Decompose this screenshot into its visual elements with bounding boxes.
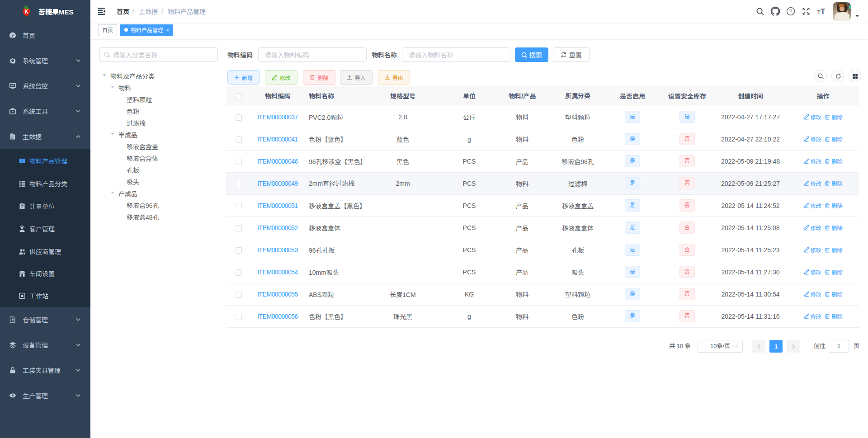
svg-text:?: ? — [789, 9, 792, 14]
svg-text:T: T — [821, 7, 826, 15]
svg-text:K: K — [24, 9, 28, 15]
svg-text:T: T — [817, 9, 821, 15]
